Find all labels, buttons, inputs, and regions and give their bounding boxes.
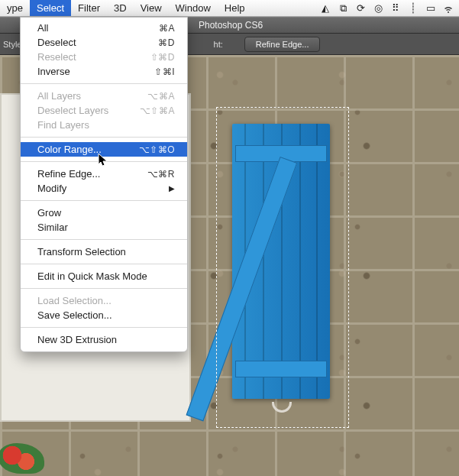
menu-item-label: Grow [37, 207, 61, 219]
menubar-item-type[interactable]: ype [0, 0, 30, 16]
menu-item-shortcut: ⌥⇧⌘O [139, 144, 175, 155]
menu-item-deselect[interactable]: Deselect⌘D [21, 35, 187, 50]
cc-icon[interactable]: ◎ [372, 2, 384, 15]
menu-item-label: Refine Edge... [37, 168, 100, 180]
menu-item-label: Similar [37, 222, 68, 233]
menu-item-load-selection: Load Selection... [21, 293, 187, 308]
dropbox-icon[interactable]: ⧉ [337, 2, 349, 15]
mac-menubar: ype Select Filter 3D View Window Help ◭ … [0, 0, 459, 17]
menubar-item-help[interactable]: Help [218, 0, 252, 16]
menu-separator [21, 83, 187, 84]
menu-separator [21, 264, 187, 264]
menu-item-inverse[interactable]: Inverse⇧⌘I [21, 64, 187, 79]
menu-separator [21, 200, 187, 201]
divider-icon: ┊ [407, 2, 419, 15]
menu-item-reselect: Reselect⇧⌘D [21, 50, 187, 64]
menu-item-label: Save Selection... [37, 309, 112, 321]
menu-item-edit-in-quick-mask-mode[interactable]: Edit in Quick Mask Mode [21, 269, 187, 283]
menu-item-refine-edge[interactable]: Refine Edge...⌥⌘R [21, 167, 187, 181]
submenu-arrow-icon: ▶ [169, 184, 175, 193]
menu-separator [21, 239, 187, 240]
sync-icon[interactable]: ⟳ [354, 2, 367, 15]
menu-item-label: Color Range... [37, 144, 102, 155]
menu-item-save-selection[interactable]: Save Selection... [21, 308, 187, 322]
menu-separator [21, 288, 187, 289]
menu-item-similar[interactable]: Similar [21, 220, 187, 235]
google-drive-icon[interactable]: ◭ [319, 2, 331, 15]
menubar-item-view[interactable]: View [134, 0, 169, 16]
blue-shutter [232, 124, 330, 399]
menu-item-label: New 3D Extrusion [37, 334, 117, 345]
menu-item-shortcut: ⌥⌘A [147, 91, 175, 102]
menu-item-label: All [37, 22, 48, 34]
menubar-item-3d[interactable]: 3D [107, 0, 134, 16]
menu-item-label: Transform Selection [37, 246, 126, 257]
menu-item-modify[interactable]: Modify▶ [21, 181, 187, 196]
menu-item-shortcut: ⌥⇧⌘A [140, 105, 175, 116]
wifi-icon[interactable] [442, 2, 454, 15]
menubar-item-filter[interactable]: Filter [71, 0, 107, 16]
menu-item-shortcut: ⌘D [158, 37, 175, 48]
menu-item-find-layers: Find Layers [21, 118, 187, 132]
grid-icon[interactable]: ⠿ [390, 2, 402, 15]
menu-item-new-3d-extrusion[interactable]: New 3D Extrusion [21, 332, 187, 347]
menu-item-label: Inverse [37, 66, 70, 77]
menu-item-shortcut: ⌥⌘R [147, 169, 175, 180]
select-menu-dropdown[interactable]: All⌘ADeselect⌘DReselect⇧⌘DInverse⇧⌘IAll … [20, 17, 188, 352]
app-title: Photoshop CS6 [199, 20, 263, 31]
menu-item-label: Deselect [37, 37, 76, 48]
airplay-icon[interactable]: ▭ [425, 2, 437, 15]
menu-item-label: Deselect Layers [37, 105, 108, 116]
menu-item-shortcut: ⇧⌘I [154, 66, 175, 77]
menu-item-label: All Layers [37, 90, 81, 102]
menu-item-deselect-layers: Deselect Layers⌥⇧⌘A [21, 103, 187, 118]
menu-item-label: Load Selection... [37, 295, 112, 306]
menu-item-transform-selection[interactable]: Transform Selection [21, 244, 187, 259]
menu-item-all[interactable]: All⌘A [21, 21, 187, 35]
menu-separator [21, 327, 187, 328]
menu-item-shortcut: ⌘A [159, 23, 175, 34]
menubar-status-icons: ◭ ⧉ ⟳ ◎ ⠿ ┊ ▭ [319, 2, 459, 15]
menu-item-color-range[interactable]: Color Range...⌥⇧⌘O [21, 142, 187, 157]
menu-item-all-layers: All Layers⌥⌘A [21, 89, 187, 103]
menubar-item-window[interactable]: Window [169, 0, 218, 16]
menu-item-label: Reselect [37, 51, 76, 63]
menubar-item-select[interactable]: Select [30, 0, 71, 16]
menu-item-label: Edit in Quick Mask Mode [37, 270, 147, 282]
menu-separator [21, 161, 187, 162]
menu-item-label: Find Layers [37, 119, 89, 131]
menu-item-label: Modify [37, 183, 66, 194]
menu-item-grow[interactable]: Grow [21, 206, 187, 220]
refine-edge-button[interactable]: Refine Edge... [244, 37, 321, 52]
menu-item-shortcut: ⇧⌘D [150, 52, 175, 63]
menu-separator [21, 137, 187, 138]
